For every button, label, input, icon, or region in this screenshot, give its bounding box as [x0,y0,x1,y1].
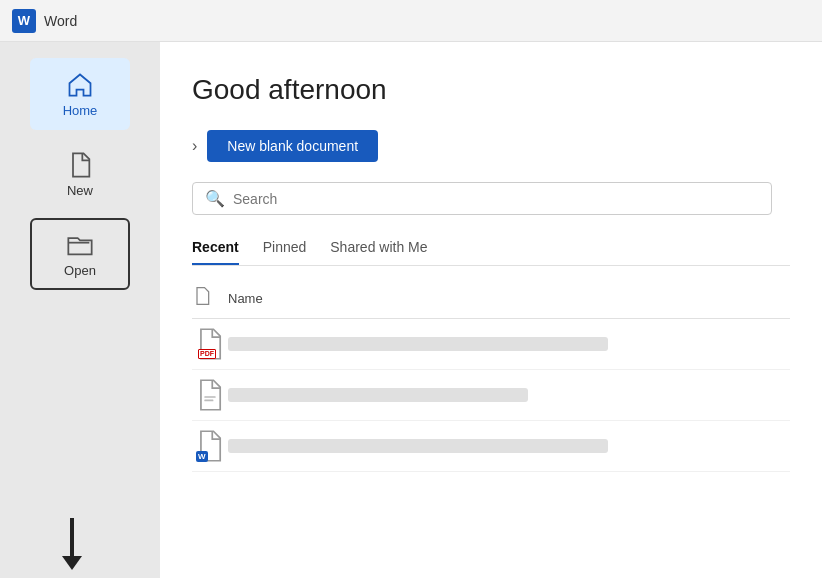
file-icon-word: W [192,429,228,463]
file-name-placeholder [228,388,528,402]
sidebar: Home New Open [0,42,160,578]
tab-shared[interactable]: Shared with Me [330,239,427,265]
chevron-right-icon[interactable]: › [192,137,197,155]
title-bar: W Word [0,0,822,42]
file-icon-print [192,378,228,412]
sidebar-item-new[interactable]: New [30,138,130,210]
tab-pinned[interactable]: Pinned [263,239,307,265]
file-tabs: Recent Pinned Shared with Me [192,239,790,266]
sidebar-item-home[interactable]: Home [30,58,130,130]
svg-rect-0 [204,396,215,398]
open-label: Open [64,263,96,278]
search-icon: 🔍 [205,189,225,208]
home-icon [66,71,94,99]
arrow-head [62,556,82,570]
main-layout: Home New Open Good afternoon › New blank… [0,42,822,578]
open-folder-icon [66,231,94,259]
greeting-text: Good afternoon [192,74,790,106]
tab-recent[interactable]: Recent [192,239,239,265]
word-badge: W [196,451,208,462]
sidebar-item-open[interactable]: Open [30,218,130,290]
file-name-placeholder [228,337,608,351]
svg-rect-1 [204,400,213,402]
arrow-shaft [70,518,74,556]
app-title: Word [44,13,77,29]
file-header-icon [192,286,228,310]
file-icon-pdf: PDF [192,327,228,361]
file-list-header: Name [192,282,790,319]
file-name-column-header: Name [228,291,263,306]
print-file-icon [196,378,224,412]
file-row[interactable] [192,370,790,421]
search-bar: 🔍 [192,182,772,215]
content-area: Good afternoon › New blank document 🔍 Re… [160,42,822,578]
new-doc-row: › New blank document [192,130,790,162]
home-label: Home [63,103,98,118]
file-row[interactable]: PDF [192,319,790,370]
file-list: Name PDF [192,282,790,472]
file-row[interactable]: W [192,421,790,472]
app-logo: W [12,9,36,33]
file-name-placeholder [228,439,608,453]
new-blank-button[interactable]: New blank document [207,130,378,162]
new-icon [66,151,94,179]
new-label: New [67,183,93,198]
pdf-badge: PDF [198,349,216,359]
search-input[interactable] [233,191,759,207]
file-header-doc-icon [192,286,212,306]
arrow-annotation [62,518,82,570]
